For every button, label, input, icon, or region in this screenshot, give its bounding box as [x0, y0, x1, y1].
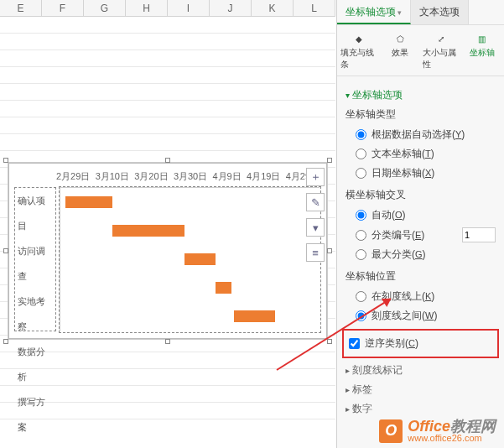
x-tick: 3月30日 — [174, 170, 207, 184]
tool-axis[interactable]: ▥ 坐标轴 — [463, 30, 501, 70]
opt-text-axis[interactable]: 文本坐标轴(T) — [346, 144, 496, 164]
group-cross: 横坐标轴交叉 — [346, 188, 496, 202]
opt-on-tick[interactable]: 在刻度线上(K) — [346, 287, 496, 306]
col-header[interactable]: E — [0, 0, 42, 16]
logo-icon: O — [379, 419, 403, 443]
logo-brand2: 教程网 — [450, 418, 496, 435]
chart-plot-area[interactable] — [60, 187, 320, 331]
format-axis-pane: 坐标轴选项▾ 文本选项 ◆ 填充与线条 ⬠ 效果 ⤢ 大小与属性 ▥ 坐标轴 坐… — [336, 0, 504, 448]
col-header[interactable]: J — [210, 0, 252, 16]
fill-line-icon: ◆ — [349, 30, 369, 47]
size-icon: ⤢ — [431, 30, 451, 47]
tab-axis-options[interactable]: 坐标轴选项▾ — [337, 0, 411, 24]
x-tick: 2月29日 — [56, 170, 90, 184]
chart-filter-button[interactable]: ▾ — [306, 218, 325, 237]
chart-x-axis[interactable]: 2月29日 3月10日 3月20日 3月30日 4月9日 4月19日 4月29日 — [56, 170, 320, 184]
tool-effects[interactable]: ⬠ 效果 — [382, 30, 419, 70]
pane-content: 坐标轴选项 坐标轴类型 根据数据自动选择(Y) 文本坐标轴(T) 日期坐标轴(X… — [337, 76, 504, 448]
section-numbers[interactable]: 数字 — [346, 402, 496, 416]
chart-bar[interactable] — [216, 282, 231, 294]
group-axis-type: 坐标轴类型 — [346, 107, 496, 122]
chart-side-buttons: ＋ ✎ ▾ ≡ — [306, 168, 325, 262]
x-tick: 3月10日 — [96, 170, 129, 184]
section-axis-options[interactable]: 坐标轴选项 — [346, 88, 496, 102]
x-tick: 4月9日 — [213, 170, 242, 184]
x-tick: 3月20日 — [134, 170, 168, 184]
section-tick-marks[interactable]: 刻度线标记 — [346, 363, 496, 378]
chart-bar[interactable] — [184, 253, 216, 265]
tab-label: 坐标轴选项 — [346, 6, 396, 18]
y-category: 确认项目 — [15, 188, 55, 238]
chevron-down-icon: ▾ — [397, 8, 402, 17]
opt-auto-type[interactable]: 根据数据自动选择(Y) — [346, 125, 496, 144]
tab-text-options[interactable]: 文本选项 — [411, 0, 469, 24]
chart-bar[interactable] — [112, 225, 185, 237]
col-header[interactable]: I — [168, 0, 210, 16]
reverse-checkbox[interactable] — [349, 338, 360, 349]
opt-between-tick[interactable]: 刻度线之间(W) — [346, 306, 496, 326]
logo-brand: Office — [408, 418, 450, 435]
watermark: O Office教程网 www.office26.com — [379, 419, 496, 443]
column-headers: E F G H I J K L — [0, 0, 335, 17]
col-header[interactable]: F — [42, 0, 84, 16]
category-number-input[interactable] — [462, 227, 496, 242]
tool-size-props[interactable]: ⤢ 大小与属性 — [423, 30, 460, 70]
chart-props-button[interactable]: ≡ — [306, 243, 325, 262]
chart-y-axis[interactable]: 确认项目 访问调查 实地考察 数据分析 撰写方案 — [14, 187, 56, 331]
tool-label: 填充与线条 — [340, 47, 378, 70]
chart-object[interactable]: 2月29日 3月10日 3月20日 3月30日 4月9日 4月19日 4月29日… — [8, 163, 327, 339]
funnel-icon: ▾ — [313, 221, 319, 234]
spreadsheet-grid: E F G H I J K L 2月29日 3月10日 3月20日 3月30日 … — [0, 0, 335, 448]
tool-label: 坐标轴 — [470, 47, 495, 59]
y-category: 实地考察 — [15, 289, 55, 339]
tab-label: 文本选项 — [419, 6, 460, 18]
opt-date-axis[interactable]: 日期坐标轴(X) — [346, 164, 496, 183]
group-position: 坐标轴位置 — [346, 269, 496, 284]
y-category: 数据分析 — [15, 339, 55, 389]
opt-cross-category[interactable]: 分类编号(E) — [346, 225, 496, 245]
tool-label: 大小与属性 — [423, 47, 460, 70]
y-category: 访问调查 — [15, 238, 55, 289]
effects-icon: ⬠ — [390, 30, 410, 47]
col-header[interactable]: H — [126, 0, 168, 16]
col-header[interactable]: K — [252, 0, 294, 16]
pane-toolbar: ◆ 填充与线条 ⬠ 效果 ⤢ 大小与属性 ▥ 坐标轴 — [337, 25, 504, 76]
opt-cross-auto[interactable]: 自动(O) — [346, 206, 496, 225]
opt-reverse-categories[interactable]: 逆序类别(C) — [349, 334, 492, 353]
reverse-categories-highlight: 逆序类别(C) — [342, 329, 499, 358]
tool-fill-line[interactable]: ◆ 填充与线条 — [340, 30, 378, 70]
col-header[interactable]: G — [84, 0, 126, 16]
logo-url: www.office26.com — [408, 434, 496, 443]
plus-icon: ＋ — [310, 169, 321, 185]
chart-styles-button[interactable]: ✎ — [306, 193, 325, 211]
chart-bar[interactable] — [65, 196, 112, 208]
chart-elements-button[interactable]: ＋ — [306, 168, 325, 186]
col-header[interactable]: L — [294, 0, 335, 16]
chart-bar[interactable] — [234, 310, 275, 322]
pane-tabs: 坐标轴选项▾ 文本选项 — [337, 0, 504, 25]
axis-icon: ▥ — [472, 30, 492, 47]
x-tick: 4月19日 — [247, 170, 280, 184]
bars-icon: ≡ — [312, 247, 319, 259]
y-category: 撰写方案 — [15, 389, 55, 440]
section-labels[interactable]: 标签 — [346, 383, 496, 397]
brush-icon: ✎ — [311, 196, 320, 209]
tool-label: 效果 — [392, 47, 408, 59]
opt-cross-max[interactable]: 最大分类(G) — [346, 245, 496, 264]
